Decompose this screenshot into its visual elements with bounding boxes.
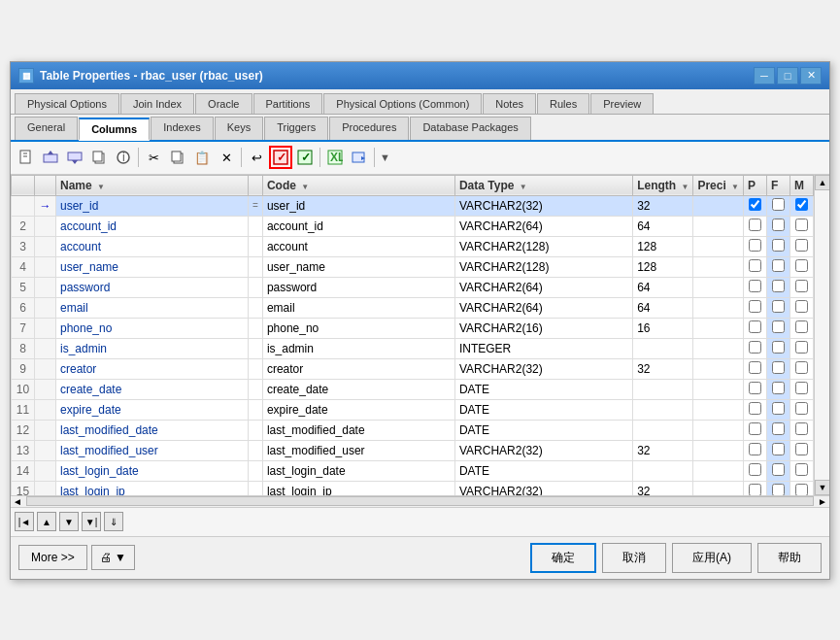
pk-checkbox[interactable] [749, 484, 761, 495]
apply-button[interactable]: 应用(A) [672, 543, 752, 573]
cell-pk[interactable] [744, 277, 767, 297]
tab-procedures[interactable]: Procedures [329, 117, 409, 140]
pk-checkbox[interactable] [749, 219, 761, 231]
mandatory-checkbox[interactable] [795, 402, 808, 415]
table-row[interactable]: 11expire_dateexpire_dateDATE [12, 399, 814, 420]
cell-pk[interactable] [744, 256, 767, 277]
left-scroll-btn[interactable]: ◄ [11, 496, 24, 507]
tab-notes[interactable]: Notes [483, 93, 536, 114]
fk-checkbox[interactable] [772, 463, 785, 476]
right-scroll-btn[interactable]: ► [816, 496, 829, 507]
print-button[interactable]: 🖨 ▼ [91, 545, 135, 570]
pk-checkbox[interactable] [749, 443, 761, 455]
cell-pk[interactable] [744, 195, 767, 216]
paste-button[interactable]: 📋 [190, 146, 214, 169]
tab-physical-options-common[interactable]: Physical Options (Common) [323, 93, 482, 114]
table-row[interactable]: 15last_login_iplast_login_ipVARCHAR2(32)… [12, 481, 814, 495]
nav-last-button[interactable]: ▼| [82, 512, 101, 531]
cell-pk[interactable] [744, 236, 767, 256]
mandatory-checkbox[interactable] [795, 198, 808, 211]
mandatory-checkbox[interactable] [795, 239, 808, 252]
cell-pk[interactable] [744, 338, 767, 358]
table-row[interactable]: →user_id=user_idVARCHAR2(32)32 [12, 195, 814, 216]
cell-fk[interactable] [767, 195, 790, 216]
table-row[interactable]: 6emailemailVARCHAR2(64)64 [12, 297, 814, 318]
cell-pk[interactable] [744, 297, 767, 318]
confirm-button[interactable]: 确定 [530, 543, 596, 573]
table-row[interactable]: 7phone_nophone_noVARCHAR2(16)16 [12, 318, 814, 338]
pk-checkbox[interactable] [749, 259, 761, 272]
pk-checkbox[interactable] [749, 320, 761, 333]
tab-preview[interactable]: Preview [590, 93, 654, 114]
pk-checkbox[interactable] [749, 300, 761, 313]
cell-pk[interactable] [744, 460, 767, 481]
mandatory-checkbox[interactable] [795, 341, 808, 354]
fk-checkbox[interactable] [772, 484, 785, 495]
fk-checkbox[interactable] [772, 198, 785, 211]
fk-checkbox[interactable] [772, 382, 785, 394]
cell-mandatory[interactable] [790, 379, 814, 399]
table-row[interactable]: 2account_idaccount_idVARCHAR2(64)64 [12, 216, 814, 236]
undo-button[interactable]: ↩ [245, 146, 268, 169]
cell-fk[interactable] [767, 379, 790, 399]
mandatory-checkbox[interactable] [795, 484, 808, 495]
cell-pk[interactable] [744, 318, 767, 338]
help-button[interactable]: 帮助 [757, 543, 822, 573]
fk-checkbox[interactable] [772, 422, 785, 435]
cancel-button[interactable]: 取消 [602, 543, 666, 573]
nav-bottom-button[interactable]: ⇓ [104, 512, 123, 531]
cell-pk[interactable] [744, 481, 767, 495]
more-button[interactable]: More >> [18, 545, 87, 570]
insert-below-button[interactable] [63, 146, 86, 169]
tab-partitions[interactable]: Partitions [253, 93, 323, 114]
cell-mandatory[interactable] [790, 195, 814, 216]
scroll-track[interactable] [815, 190, 829, 480]
tab-keys[interactable]: Keys [215, 117, 263, 140]
insert-above-button[interactable] [39, 146, 62, 169]
minimize-button[interactable]: ─ [754, 67, 775, 84]
cell-mandatory[interactable] [790, 481, 814, 495]
cut-button[interactable]: ✂ [142, 146, 165, 169]
tab-database-packages[interactable]: Database Packages [410, 117, 530, 140]
mandatory-checkbox[interactable] [795, 422, 808, 435]
pk-checkbox[interactable] [749, 382, 761, 394]
tab-indexes[interactable]: Indexes [151, 117, 214, 140]
table-row[interactable]: 5passwordpasswordVARCHAR2(64)64 [12, 277, 814, 297]
cell-fk[interactable] [767, 460, 790, 481]
cell-mandatory[interactable] [790, 399, 814, 420]
mandatory-checkbox[interactable] [795, 280, 808, 292]
maximize-button[interactable]: □ [777, 67, 798, 84]
pk-checkbox[interactable] [749, 239, 761, 252]
th-name[interactable]: Name ▼ [56, 175, 249, 195]
tab-oracle[interactable]: Oracle [195, 93, 252, 114]
cell-fk[interactable] [767, 358, 790, 379]
table-row[interactable]: 12last_modified_datelast_modified_dateDA… [12, 420, 814, 440]
mandatory-checkbox[interactable] [795, 320, 808, 333]
cell-fk[interactable] [767, 318, 790, 338]
mandatory-checkbox[interactable] [795, 219, 808, 231]
fk-checkbox[interactable] [772, 341, 785, 354]
table-row[interactable]: 9creatorcreatorVARCHAR2(32)32 [12, 358, 814, 379]
table-scroll[interactable]: Name ▼ Code ▼ Data Type ▼ Length ▼ Preci… [11, 175, 814, 495]
cell-mandatory[interactable] [790, 338, 814, 358]
cell-fk[interactable] [767, 216, 790, 236]
table-row[interactable]: 10create_datecreate_dateDATE [12, 379, 814, 399]
pk-checkbox[interactable] [749, 361, 761, 374]
cell-fk[interactable] [767, 277, 790, 297]
table-row[interactable]: 3accountaccountVARCHAR2(128)128 [12, 236, 814, 256]
copy2-button[interactable] [166, 146, 189, 169]
mandatory-checkbox[interactable] [795, 259, 808, 272]
tab-columns[interactable]: Columns [79, 118, 150, 141]
close-button[interactable]: ✕ [800, 67, 822, 84]
fk-checkbox[interactable] [772, 320, 785, 333]
cell-pk[interactable] [744, 216, 767, 236]
cell-mandatory[interactable] [790, 358, 814, 379]
validate2-button[interactable]: ✓ [293, 146, 317, 169]
mandatory-checkbox[interactable] [795, 361, 808, 374]
th-datatype[interactable]: Data Type ▼ [454, 175, 632, 195]
th-length[interactable]: Length ▼ [633, 175, 693, 195]
fk-checkbox[interactable] [772, 259, 785, 272]
table-row[interactable]: 13last_modified_userlast_modified_userVA… [12, 440, 814, 460]
cell-fk[interactable] [767, 399, 790, 420]
fk-checkbox[interactable] [772, 361, 785, 374]
